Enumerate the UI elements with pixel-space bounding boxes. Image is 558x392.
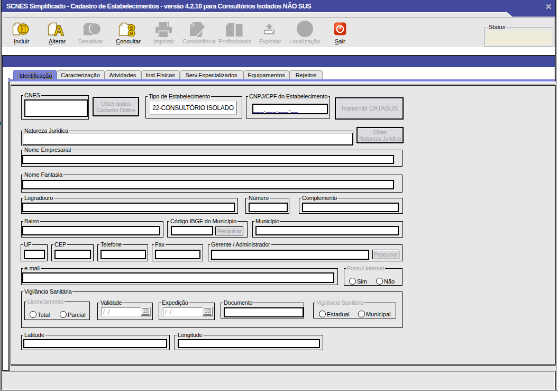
svg-text:A: A [54, 23, 65, 37]
